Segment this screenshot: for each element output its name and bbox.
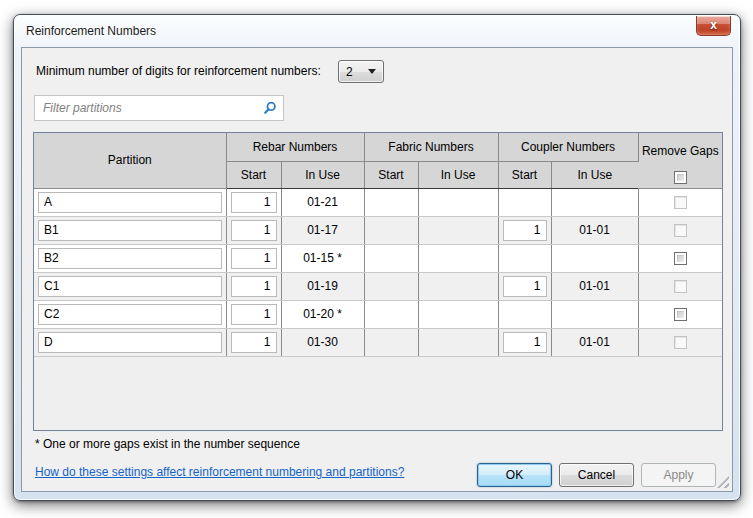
partition-input[interactable] xyxy=(38,192,222,213)
table-row: 01-15 * xyxy=(34,244,722,272)
table-row: 01-20 * xyxy=(34,300,722,328)
rebar-start-input[interactable] xyxy=(231,332,277,353)
partition-input[interactable] xyxy=(38,304,222,325)
table-row: 01-30 01-01 xyxy=(34,328,722,356)
remove-gaps-checkbox xyxy=(674,196,687,209)
filter-field-wrap xyxy=(34,95,284,121)
dialog-client-area: Minimum number of digits for reinforceme… xyxy=(21,47,733,492)
min-digits-value: 2 xyxy=(339,65,368,79)
rebar-in-use-value: 01-19 xyxy=(281,272,364,300)
column-header-fabric-in-use: In Use xyxy=(418,161,498,188)
close-button[interactable]: x xyxy=(696,16,731,36)
min-digits-label: Minimum number of digits for reinforceme… xyxy=(36,64,321,78)
remove-gaps-checkbox xyxy=(674,224,687,237)
fabric-in-use-value xyxy=(418,216,498,244)
apply-button: Apply xyxy=(641,463,716,487)
partition-input[interactable] xyxy=(38,276,222,297)
remove-gaps-checkbox xyxy=(674,280,687,293)
title-bar[interactable]: Reinforcement Numbers xyxy=(14,15,740,47)
group-header-coupler: Coupler Numbers xyxy=(498,133,638,161)
fabric-in-use-value xyxy=(418,328,498,356)
rebar-in-use-value: 01-17 xyxy=(281,216,364,244)
coupler-in-use-value: 01-01 xyxy=(551,328,638,356)
remove-gaps-header-checkbox[interactable] xyxy=(674,171,687,184)
min-digits-select[interactable]: 2 xyxy=(338,60,384,83)
close-icon: x xyxy=(710,18,717,32)
remove-gaps-checkbox[interactable] xyxy=(674,308,687,321)
group-header-fabric: Fabric Numbers xyxy=(364,133,498,161)
remove-gaps-checkbox xyxy=(674,336,687,349)
rebar-start-input[interactable] xyxy=(231,276,277,297)
fabric-in-use-value xyxy=(418,188,498,216)
fabric-in-use-value xyxy=(418,300,498,328)
window-title: Reinforcement Numbers xyxy=(26,24,156,38)
column-header-rebar-start: Start xyxy=(226,161,281,188)
cancel-button[interactable]: Cancel xyxy=(559,463,634,487)
table-row: 01-17 01-01 xyxy=(34,216,722,244)
table-row: 01-21 xyxy=(34,188,722,216)
rebar-in-use-value: 01-30 xyxy=(281,328,364,356)
fabric-in-use-value xyxy=(418,244,498,272)
ok-button[interactable]: OK xyxy=(477,463,552,487)
rebar-start-input[interactable] xyxy=(231,220,277,241)
fabric-in-use-value xyxy=(418,272,498,300)
remove-gaps-header-label: Remove Gaps xyxy=(642,144,719,158)
partition-input[interactable] xyxy=(38,220,222,241)
help-link[interactable]: How do these settings affect reinforceme… xyxy=(35,465,404,479)
coupler-start-input[interactable] xyxy=(503,220,547,241)
rebar-in-use-value: 01-21 xyxy=(281,188,364,216)
coupler-start-input[interactable] xyxy=(503,332,547,353)
rebar-in-use-value: 01-20 * xyxy=(281,300,364,328)
coupler-in-use-value: 01-01 xyxy=(551,216,638,244)
partitions-table: Partition Rebar Numbers Fabric Numbers C… xyxy=(34,133,722,357)
filter-partitions-input[interactable] xyxy=(34,95,284,121)
column-header-remove-gaps: Remove Gaps xyxy=(638,133,722,188)
search-icon xyxy=(263,101,277,115)
button-row: OK Cancel Apply xyxy=(477,463,716,487)
chevron-down-icon xyxy=(368,69,376,74)
column-header-rebar-in-use: In Use xyxy=(281,161,364,188)
coupler-in-use-value xyxy=(551,244,638,272)
resize-grip[interactable] xyxy=(717,476,729,488)
dialog-window: Reinforcement Numbers x Minimum number o… xyxy=(13,14,741,501)
coupler-in-use-value xyxy=(551,300,638,328)
remove-gaps-checkbox[interactable] xyxy=(674,252,687,265)
partitions-table-frame: Partition Rebar Numbers Fabric Numbers C… xyxy=(33,132,723,431)
column-header-partition: Partition xyxy=(34,133,226,188)
coupler-in-use-value xyxy=(551,188,638,216)
table-body: 01-21 01-17 01-01 xyxy=(34,188,722,356)
column-header-coupler-start: Start xyxy=(498,161,551,188)
table-row: 01-19 01-01 xyxy=(34,272,722,300)
rebar-start-input[interactable] xyxy=(231,304,277,325)
rebar-start-input[interactable] xyxy=(231,192,277,213)
coupler-in-use-value: 01-01 xyxy=(551,272,638,300)
partition-input[interactable] xyxy=(38,332,222,353)
coupler-start-input[interactable] xyxy=(503,276,547,297)
rebar-in-use-value: 01-15 * xyxy=(281,244,364,272)
rebar-start-input[interactable] xyxy=(231,248,277,269)
group-header-rebar: Rebar Numbers xyxy=(226,133,364,161)
column-header-coupler-in-use: In Use xyxy=(551,161,638,188)
gaps-footnote: * One or more gaps exist in the number s… xyxy=(35,437,300,451)
partition-input[interactable] xyxy=(38,248,222,269)
column-header-fabric-start: Start xyxy=(364,161,418,188)
